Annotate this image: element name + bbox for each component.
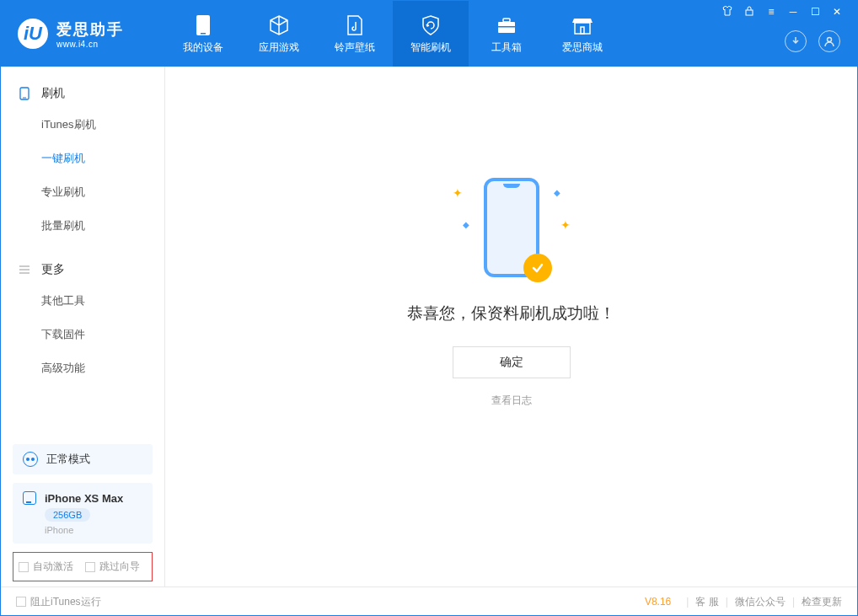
device-type: iPhone [45,525,142,535]
sidebar-item-other-tools[interactable]: 其他工具 [1,284,164,318]
view-log-link[interactable]: 查看日志 [491,394,532,408]
tab-store[interactable]: 爱思商城 [544,1,620,67]
svg-rect-3 [503,19,510,22]
nav-tabs: 我的设备 应用游戏 铃声壁纸 智能刷机 工具箱 爱思商城 [165,1,620,67]
mode-label: 正常模式 [46,452,90,467]
svg-rect-5 [575,23,590,34]
svg-rect-6 [581,27,584,34]
app-name: 爱思助手 [56,19,124,40]
sidebar: 刷机 iTunes刷机 一键刷机 专业刷机 批量刷机 更多 其他工具 下载固件 … [1,67,165,587]
tab-flash[interactable]: 智能刷机 [393,1,469,67]
music-file-icon [343,13,367,37]
svg-rect-0 [196,15,210,35]
svg-rect-10 [23,98,26,99]
logo-icon: iU [18,19,48,49]
checkbox-icon [19,562,29,572]
phone-icon [191,13,215,37]
phone-outline-icon [18,87,31,100]
svg-rect-7 [746,10,753,15]
device-capacity: 256GB [45,508,90,522]
minimize-button[interactable]: ─ [786,6,800,19]
maximize-button[interactable]: ☐ [808,6,822,19]
close-button[interactable]: ✕ [830,6,844,19]
sidebar-item-pro-flash[interactable]: 专业刷机 [1,175,164,209]
device-icon [23,491,36,505]
menu-icon[interactable]: ≡ [764,6,778,19]
sidebar-section-more[interactable]: 更多 [1,255,164,284]
app-url: www.i4.cn [56,40,124,49]
tab-apps[interactable]: 应用游戏 [241,1,317,67]
sidebar-item-batch-flash[interactable]: 批量刷机 [1,209,164,243]
tab-ringtones[interactable]: 铃声壁纸 [317,1,393,67]
checkbox-skip-guide[interactable]: 跳过向导 [85,560,140,574]
success-message: 恭喜您，保资料刷机成功啦！ [407,303,615,324]
success-illustration: ✦ ◆ ◆ ✦ [427,178,596,287]
store-icon [571,13,594,37]
toolbox-icon [495,13,518,37]
sidebar-item-advanced[interactable]: 高级功能 [1,351,164,385]
wechat-link[interactable]: 微信公众号 [735,595,786,609]
svg-point-8 [828,38,832,42]
checkbox-block-itunes[interactable]: 阻止iTunes运行 [16,595,101,609]
svg-rect-4 [498,26,515,28]
update-link[interactable]: 检查更新 [802,595,842,609]
mode-icon [23,452,38,467]
sidebar-item-oneclick-flash[interactable]: 一键刷机 [1,142,164,175]
cube-icon [267,13,291,37]
support-link[interactable]: 客 服 [695,595,718,609]
user-button[interactable] [818,30,840,52]
sidebar-item-itunes-flash[interactable]: iTunes刷机 [1,108,164,142]
ok-button[interactable]: 确定 [453,346,571,378]
mode-box[interactable]: 正常模式 [13,444,153,474]
sidebar-section-flash[interactable]: 刷机 [1,79,164,108]
tshirt-icon[interactable] [721,6,734,19]
highlighted-options: 自动激活 跳过向导 [13,552,153,581]
main-content: ✦ ◆ ◆ ✦ 恭喜您，保资料刷机成功啦！ 确定 查看日志 [165,67,857,587]
tab-my-device[interactable]: 我的设备 [165,1,241,67]
list-icon [18,263,31,276]
checkbox-auto-activate[interactable]: 自动激活 [19,560,73,574]
tab-toolbox[interactable]: 工具箱 [469,1,544,67]
download-button[interactable] [785,30,807,52]
footer: 阻止iTunes运行 V8.16 | 客 服 | 微信公众号 | 检查更新 [1,587,857,616]
device-name: iPhone XS Max [45,492,123,505]
checkbox-icon [85,562,95,572]
device-box[interactable]: iPhone XS Max 256GB iPhone [13,483,153,544]
check-badge-icon [523,254,552,282]
lock-icon[interactable] [743,6,756,19]
svg-rect-1 [201,33,206,35]
logo[interactable]: iU 爱思助手 www.i4.cn [1,19,165,49]
checkbox-icon [16,597,26,607]
header: iU 爱思助手 www.i4.cn 我的设备 应用游戏 铃声壁纸 智能刷机 工具… [1,1,857,67]
shield-refresh-icon [419,13,442,37]
version-label: V8.16 [645,596,671,608]
window-controls: ≡ ─ ☐ ✕ [721,1,849,19]
sidebar-item-download-firmware[interactable]: 下载固件 [1,318,164,351]
